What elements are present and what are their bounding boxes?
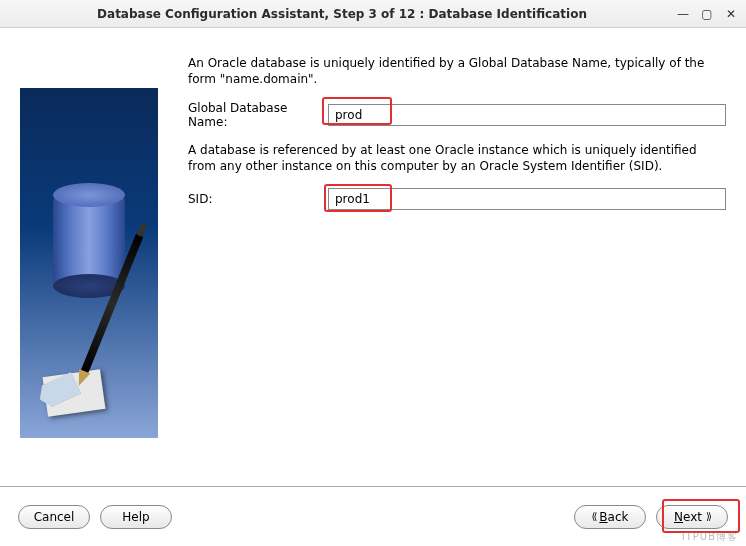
titlebar: Database Configuration Assistant, Step 3…	[0, 0, 746, 28]
next-button[interactable]: Next ⟩⟩	[656, 505, 728, 529]
maximize-icon[interactable]: ▢	[700, 7, 714, 21]
back-mnemonic: B	[599, 510, 607, 524]
sid-intro-text: A database is referenced by at least one…	[188, 143, 726, 174]
window-title: Database Configuration Assistant, Step 3…	[8, 7, 676, 21]
footer-left: Cancel Help	[18, 505, 172, 529]
wizard-graphic	[20, 88, 158, 438]
main-panel: An Oracle database is uniquely identifie…	[158, 28, 746, 486]
back-label-rest: ack	[608, 510, 629, 524]
back-button[interactable]: ⟨⟨ Back	[574, 505, 646, 529]
chevron-left-icon: ⟨⟨	[592, 511, 596, 522]
help-button[interactable]: Help	[100, 505, 172, 529]
global-db-row: Global Database Name:	[188, 101, 726, 129]
content-area: An Oracle database is uniquely identifie…	[0, 28, 746, 486]
wizard-sidebar	[0, 28, 158, 486]
watermark: ITPUB博客	[682, 530, 738, 544]
close-icon[interactable]: ✕	[724, 7, 738, 21]
sid-input[interactable]	[328, 188, 726, 210]
next-mnemonic: N	[674, 510, 683, 524]
global-db-label: Global Database Name:	[188, 101, 328, 129]
global-db-name-input[interactable]	[328, 104, 726, 126]
next-label-rest: ext	[683, 510, 702, 524]
sid-label: SID:	[188, 192, 328, 206]
database-cylinder-icon	[53, 183, 125, 298]
chevron-right-icon: ⟩⟩	[706, 511, 710, 522]
window-controls: — ▢ ✕	[676, 7, 738, 21]
intro-text: An Oracle database is uniquely identifie…	[188, 56, 726, 87]
cancel-button[interactable]: Cancel	[18, 505, 90, 529]
minimize-icon[interactable]: —	[676, 7, 690, 21]
footer-bar: Cancel Help ⟨⟨ Back Next ⟩⟩	[0, 486, 746, 546]
sid-row: SID:	[188, 188, 726, 210]
footer-right: ⟨⟨ Back Next ⟩⟩	[574, 505, 728, 529]
